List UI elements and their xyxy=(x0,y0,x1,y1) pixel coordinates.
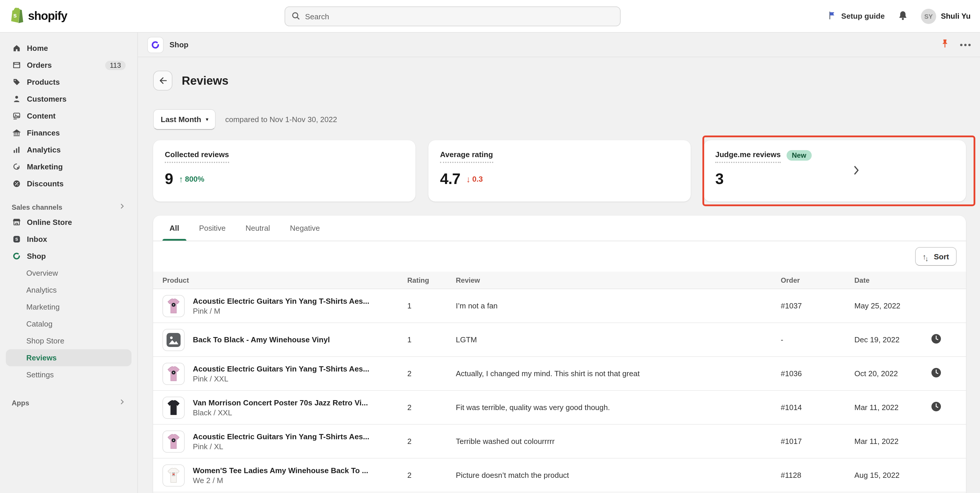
product-variant: Pink / XL xyxy=(193,442,369,451)
table-row[interactable]: Women'S Tee Ladies Amy Winehouse Back To… xyxy=(153,458,966,492)
app-title: Shop xyxy=(169,40,188,49)
setup-guide-label: Setup guide xyxy=(841,12,885,21)
review-text: I’m not a fan xyxy=(456,301,781,310)
sidebar-item-shop-marketing[interactable]: Marketing xyxy=(6,299,132,315)
tab-neutral[interactable]: Neutral xyxy=(239,216,277,241)
new-badge: New xyxy=(787,150,811,161)
arrow-down-icon: ↓ xyxy=(466,174,471,184)
pin-icon[interactable] xyxy=(940,38,950,51)
sidebar-item-customers[interactable]: Customers xyxy=(6,91,132,108)
product-thumbnail xyxy=(162,295,185,317)
rating-value: 2 xyxy=(407,437,456,446)
order-number: - xyxy=(781,335,854,344)
sidebar-item-content[interactable]: Content xyxy=(6,108,132,124)
pending-clock-icon xyxy=(931,334,942,346)
user-menu[interactable]: SY Shuli Yu xyxy=(921,8,970,24)
average-rating-value: 4.7 xyxy=(440,170,460,188)
apps-header[interactable]: Apps xyxy=(6,398,132,407)
sidebar-item-shop-analytics[interactable]: Analytics xyxy=(6,281,132,299)
product-name: Back To Black - Amy Winehouse Vinyl xyxy=(193,335,330,344)
percent-badge-icon xyxy=(12,179,21,188)
sort-button[interactable]: ↑↓ Sort xyxy=(915,247,957,266)
table-row[interactable]: Acoustic Electric Guitars Yin Yang T-Shi… xyxy=(153,357,966,391)
shopify-bag-icon: s xyxy=(10,7,25,25)
col-rating: Rating xyxy=(407,276,456,284)
avatar: SY xyxy=(921,8,936,24)
svg-text:S: S xyxy=(15,237,18,242)
image-file-icon xyxy=(12,111,21,121)
sidebar-item-marketing[interactable]: Marketing xyxy=(6,158,132,175)
sidebar-item-catalog[interactable]: Catalog xyxy=(6,315,132,332)
notifications-button[interactable] xyxy=(897,10,908,22)
sidebar-item-discounts[interactable]: Discounts xyxy=(6,175,132,192)
flag-icon xyxy=(827,10,837,22)
sidebar-item-overview[interactable]: Overview xyxy=(6,265,132,281)
sidebar-item-orders[interactable]: Orders 113 xyxy=(6,57,132,73)
date-range-dropdown[interactable]: Last Month ▾ xyxy=(153,109,216,130)
back-button[interactable] xyxy=(153,71,172,91)
sidebar-item-products[interactable]: Products xyxy=(6,73,132,91)
collected-reviews-card: Collected reviews 9 ↑ 800% xyxy=(153,140,415,202)
product-name: Acoustic Electric Guitars Yin Yang T-Shi… xyxy=(193,296,369,305)
shopify-wordmark: shopify xyxy=(28,10,67,23)
search-input[interactable]: Search xyxy=(285,6,620,26)
sidebar-item-inbox[interactable]: S Inbox xyxy=(6,231,132,248)
person-icon xyxy=(12,94,21,104)
shopify-admin: s shopify Search Setup gui xyxy=(0,0,980,493)
product-thumbnail xyxy=(162,396,185,418)
tab-all[interactable]: All xyxy=(162,216,186,241)
sort-arrows-icon: ↑↓ xyxy=(923,252,930,261)
collected-reviews-value: 9 xyxy=(165,170,173,188)
user-name: Shuli Yu xyxy=(941,12,970,21)
sidebar-item-reviews[interactable]: Reviews xyxy=(6,349,132,366)
chevron-right-icon xyxy=(119,398,126,407)
review-text: Picture doesn’t match the product xyxy=(456,471,781,480)
order-number: #1017 xyxy=(781,437,854,446)
product-name: Acoustic Electric Guitars Yin Yang T-Shi… xyxy=(193,432,369,441)
product-name: Acoustic Electric Guitars Yin Yang T-Shi… xyxy=(193,364,369,373)
topbar-right: Setup guide SY Shuli Yu xyxy=(827,8,970,24)
reviews-table-card: All Positive Neutral Negative ↑↓ Sort Pr… xyxy=(153,216,966,493)
judgeme-reviews-value: 3 xyxy=(715,170,724,188)
average-rating-delta: ↓ 0.3 xyxy=(466,174,483,184)
order-number: #1037 xyxy=(781,301,854,310)
judgeme-reviews-card[interactable]: Judge.me reviews New 3 xyxy=(703,140,966,202)
search-icon xyxy=(291,11,301,22)
chevron-right-icon xyxy=(119,203,126,212)
sidebar-item-online-store[interactable]: Online Store xyxy=(6,214,132,231)
caret-down-icon: ▾ xyxy=(206,117,208,122)
shop-swirl-icon xyxy=(12,251,21,261)
table-row[interactable]: Acoustic Electric Guitars Yin Yang T-Shi… xyxy=(153,425,966,458)
collected-reviews-delta: ↑ 800% xyxy=(179,174,205,184)
shopify-logo[interactable]: s shopify xyxy=(10,7,67,25)
shop-app-icon xyxy=(147,37,164,53)
more-actions-button[interactable] xyxy=(960,43,970,46)
sidebar-item-shop[interactable]: Shop xyxy=(6,248,132,265)
target-cursor-icon xyxy=(12,162,21,172)
sidebar-item-settings[interactable]: Settings xyxy=(6,366,132,383)
sidebar-item-analytics[interactable]: Analytics xyxy=(6,142,132,158)
table-row[interactable]: Van Morrison Concert Poster 70s Jazz Ret… xyxy=(153,391,966,425)
sidebar-item-finances[interactable]: Finances xyxy=(6,124,132,142)
rating-value: 1 xyxy=(407,335,456,344)
product-variant: Pink / XXL xyxy=(193,374,369,383)
app-header: Shop xyxy=(138,33,980,57)
orders-icon xyxy=(12,60,21,70)
review-text: Actually, I changed my mind. This shirt … xyxy=(456,369,781,378)
setup-guide-button[interactable]: Setup guide xyxy=(827,10,885,22)
product-thumbnail xyxy=(162,464,185,486)
sales-channels-header[interactable]: Sales channels xyxy=(6,203,132,212)
rating-value: 2 xyxy=(407,369,456,378)
col-date: Date xyxy=(854,276,929,284)
sidebar-item-home[interactable]: Home xyxy=(6,40,132,57)
svg-text:s: s xyxy=(13,12,17,19)
table-row[interactable]: Back To Black - Amy Winehouse Vinyl 1 LG… xyxy=(153,323,966,357)
product-name: Women'S Tee Ladies Amy Winehouse Back To… xyxy=(193,466,368,475)
review-date: Oct 20, 2022 xyxy=(854,369,929,378)
tab-negative[interactable]: Negative xyxy=(283,216,327,241)
review-text: LGTM xyxy=(456,335,781,344)
review-filter-tabs: All Positive Neutral Negative xyxy=(153,216,966,241)
tab-positive[interactable]: Positive xyxy=(192,216,232,241)
sidebar-item-shop-store[interactable]: Shop Store xyxy=(6,332,132,349)
table-row[interactable]: Acoustic Electric Guitars Yin Yang T-Shi… xyxy=(153,289,966,323)
